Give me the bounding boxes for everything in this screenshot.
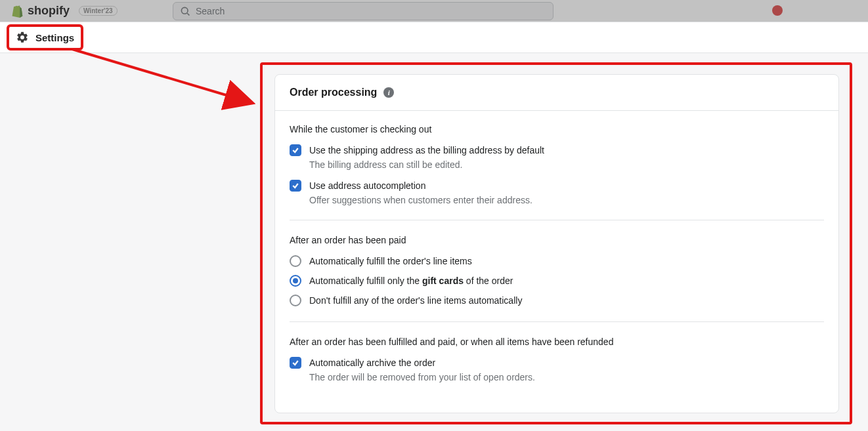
option-text: Automatically archive the order The orde…: [309, 356, 824, 382]
radio-button[interactable]: [290, 275, 301, 287]
settings-label: Settings: [35, 32, 74, 43]
label-bold: gift cards: [422, 276, 464, 286]
brand: shopify Winter'23: [11, 4, 118, 18]
spacer: [290, 392, 824, 397]
gear-icon: [16, 31, 29, 44]
option-address-autocomplete[interactable]: Use address autocompletion Offer suggest…: [290, 179, 824, 205]
radio-button[interactable]: [290, 295, 301, 306]
brand-badge: Winter'23: [79, 6, 118, 16]
check-icon: [292, 182, 299, 190]
annotation-arrow-icon: [59, 49, 269, 141]
divider: [290, 321, 824, 322]
fulfillment-radio-group: Automatically fulfill the order's line i…: [290, 255, 824, 307]
paid-heading: After an order has been paid: [290, 235, 824, 245]
card-header: Order processing i: [275, 75, 838, 111]
radio-button[interactable]: [290, 255, 301, 267]
option-help: The billing address can still be edited.: [309, 159, 824, 170]
radio-fulfill-all[interactable]: Automatically fulfill the order's line i…: [290, 255, 824, 268]
settings-strip: Settings: [0, 22, 868, 53]
option-label: Automatically archive the order: [309, 356, 824, 369]
svg-line-1: [187, 13, 189, 15]
checkout-heading: While the customer is checking out: [290, 124, 824, 134]
order-processing-card: Order processing i While the customer is…: [274, 74, 839, 413]
search-icon: [180, 6, 190, 16]
svg-point-0: [181, 7, 188, 14]
check-icon: [292, 146, 299, 154]
search-input[interactable]: Search: [173, 2, 553, 20]
info-icon[interactable]: i: [383, 87, 394, 98]
option-text: Use the shipping address as the billing …: [309, 144, 824, 170]
option-text: Automatically fulfill only the gift card…: [309, 274, 824, 287]
option-label: Automatically fulfill the order's line i…: [309, 255, 824, 268]
radio-fulfill-gift-cards[interactable]: Automatically fulfill only the gift card…: [290, 274, 824, 287]
option-help: The order will be removed from your list…: [309, 372, 824, 382]
label-part: of the order: [464, 276, 513, 286]
fulfilled-heading: After an order has been fulfilled and pa…: [290, 337, 824, 347]
checkbox-address-autocomplete[interactable]: [290, 180, 301, 192]
main-area: Order processing i While the customer is…: [0, 53, 868, 431]
notification-dot-icon: [772, 5, 783, 16]
divider: [290, 220, 824, 220]
card-title: Order processing: [290, 87, 377, 98]
option-auto-archive[interactable]: Automatically archive the order The orde…: [290, 356, 824, 382]
check-icon: [292, 359, 299, 367]
option-text: Don't fulfill any of the order's line it…: [309, 294, 824, 307]
checkbox-auto-archive[interactable]: [290, 357, 301, 369]
option-text: Use address autocompletion Offer suggest…: [309, 179, 824, 205]
svg-line-2: [72, 49, 248, 102]
brand-name: shopify: [28, 4, 70, 18]
checkbox-shipping-as-billing[interactable]: [290, 144, 301, 156]
label-part: Automatically fulfill only the: [309, 276, 422, 286]
option-label: Automatically fulfill only the gift card…: [309, 274, 824, 287]
option-label: Use address autocompletion: [309, 179, 824, 192]
search-placeholder: Search: [196, 6, 225, 16]
option-shipping-as-billing[interactable]: Use the shipping address as the billing …: [290, 144, 824, 170]
option-text: Automatically fulfill the order's line i…: [309, 255, 824, 268]
top-bar: shopify Winter'23 Search: [0, 0, 868, 22]
option-label: Use the shipping address as the billing …: [309, 144, 824, 157]
option-help: Offer suggestions when customers enter t…: [309, 195, 824, 205]
radio-dont-fulfill[interactable]: Don't fulfill any of the order's line it…: [290, 294, 824, 307]
settings-button[interactable]: Settings: [7, 24, 83, 51]
option-label: Don't fulfill any of the order's line it…: [309, 294, 824, 307]
shopify-logo-icon: [11, 5, 24, 18]
card-body: While the customer is checking out Use t…: [275, 111, 838, 413]
